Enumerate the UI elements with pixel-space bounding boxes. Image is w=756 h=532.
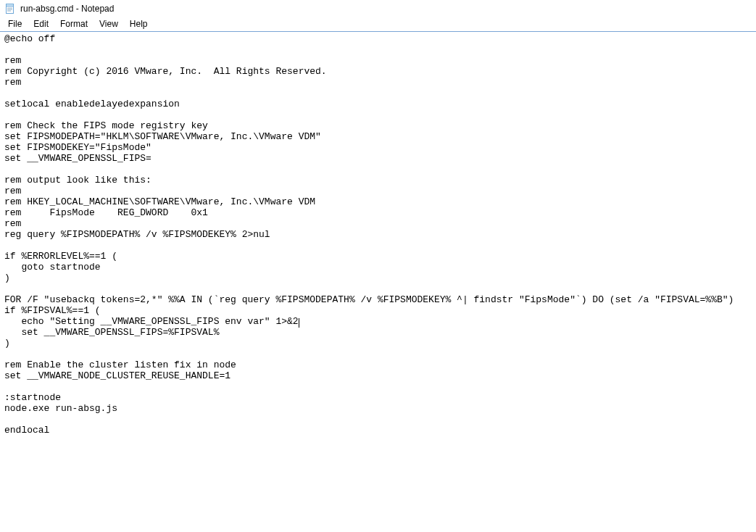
- editor-line: [4, 381, 752, 392]
- menu-edit[interactable]: Edit: [28, 17, 54, 30]
- editor-line: rem: [4, 77, 752, 88]
- text-editor-area[interactable]: @echo offremrem Copyright (c) 2016 VMwar…: [0, 32, 756, 532]
- editor-line: rem FipsMode REG_DWORD 0x1: [4, 207, 752, 218]
- editor-line: [4, 44, 752, 55]
- editor-line: rem: [4, 186, 752, 196]
- editor-line: rem: [4, 218, 752, 229]
- editor-line: [4, 283, 752, 294]
- menubar: File Edit Format View Help: [0, 17, 756, 32]
- editor-line: rem output look like this:: [4, 175, 752, 186]
- window-title: run-absg.cmd - Notepad: [20, 4, 114, 14]
- titlebar: run-absg.cmd - Notepad: [0, 0, 756, 17]
- editor-line: :startnode: [4, 392, 752, 403]
- editor-line: [4, 109, 752, 120]
- editor-line: ): [4, 338, 752, 349]
- editor-line: echo "Setting __VMWARE_OPENSSL_FIPS env …: [4, 316, 752, 327]
- editor-line: set FIPSMODEKEY="FipsMode": [4, 142, 752, 153]
- editor-line: [4, 240, 752, 251]
- editor-line: rem: [4, 55, 752, 66]
- editor-line: endlocal: [4, 425, 752, 436]
- editor-line: reg query %FIPSMODEPATH% /v %FIPSMODEKEY…: [4, 229, 752, 240]
- editor-line: [4, 88, 752, 99]
- editor-line: set __VMWARE_OPENSSL_FIPS=: [4, 153, 752, 164]
- editor-line: rem HKEY_LOCAL_MACHINE\SOFTWARE\VMware, …: [4, 196, 752, 207]
- editor-line: [4, 414, 752, 425]
- editor-line: FOR /F "usebackq tokens=2,*" %%A IN (`re…: [4, 294, 752, 305]
- editor-line: [4, 164, 752, 175]
- notepad-icon: [4, 3, 16, 14]
- editor-line: goto startnode: [4, 262, 752, 273]
- menu-view[interactable]: View: [94, 17, 123, 30]
- editor-line: if %ERRORLEVEL%==1 (: [4, 251, 752, 262]
- menu-help[interactable]: Help: [125, 17, 153, 30]
- editor-line: setlocal enabledelayedexpansion: [4, 99, 752, 109]
- menu-file[interactable]: File: [3, 17, 27, 30]
- svg-rect-1: [7, 4, 14, 6]
- editor-line: set __VMWARE_OPENSSL_FIPS=%FIPSVAL%: [4, 327, 752, 338]
- editor-line: @echo off: [4, 33, 752, 44]
- editor-line: ): [4, 273, 752, 283]
- editor-line: set FIPSMODEPATH="HKLM\SOFTWARE\VMware, …: [4, 131, 752, 142]
- editor-line: [4, 349, 752, 359]
- editor-line: set __VMWARE_NODE_CLUSTER_REUSE_HANDLE=1: [4, 370, 752, 381]
- menu-format[interactable]: Format: [55, 17, 93, 30]
- editor-line: rem Check the FIPS mode registry key: [4, 120, 752, 131]
- text-caret: [299, 318, 299, 328]
- editor-line: node.exe run-absg.js: [4, 403, 752, 414]
- editor-line: rem Copyright (c) 2016 VMware, Inc. All …: [4, 66, 752, 77]
- editor-line: rem Enable the cluster listen fix in nod…: [4, 359, 752, 370]
- editor-line: if %FIPSVAL%==1 (: [4, 305, 752, 316]
